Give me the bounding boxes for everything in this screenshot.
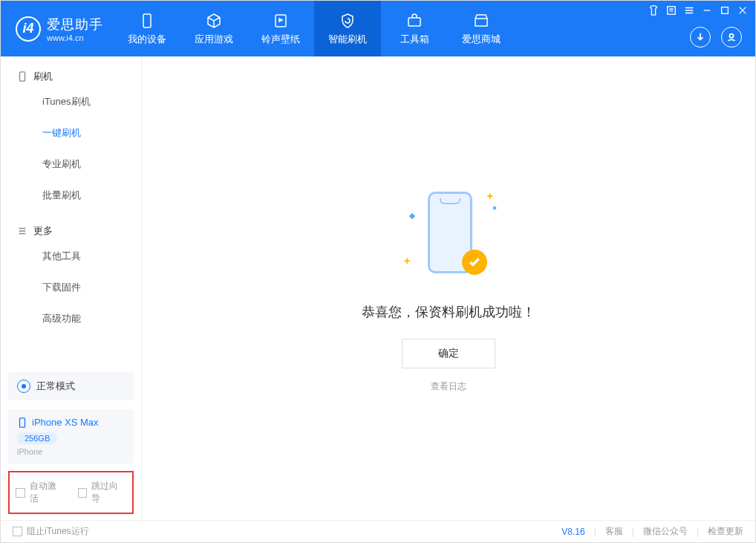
svg-rect-0: [143, 14, 151, 27]
separator: |: [697, 527, 699, 537]
mode-label: 正常模式: [36, 380, 75, 393]
download-icon: [695, 32, 706, 42]
sidebar: 刷机 iTunes刷机 一键刷机 专业刷机 批量刷机 更多 其他工具 下载固件 …: [1, 56, 142, 520]
header-actions: [690, 27, 742, 48]
sidebar-spacer: [1, 334, 141, 368]
checkbox-auto-activate[interactable]: 自动激活: [16, 480, 65, 505]
footer-right: V8.16 | 客服 | 微信公众号 | 检查更新: [561, 525, 743, 538]
ok-button[interactable]: 确定: [402, 339, 495, 368]
svg-rect-7: [20, 417, 25, 426]
checkbox-skip-guide[interactable]: 跳过向导: [78, 480, 127, 505]
svg-rect-3: [668, 7, 676, 15]
checkbox-label: 自动激活: [30, 480, 65, 505]
logo-area: i4 爱思助手 www.i4.cn: [1, 1, 114, 56]
version-label[interactable]: V8.16: [561, 527, 584, 537]
logo-text: 爱思助手 www.i4.cn: [47, 16, 103, 42]
sidebar-group-flash: 刷机: [1, 56, 141, 86]
device-type: iPhone: [17, 447, 125, 456]
user-button[interactable]: [721, 27, 742, 48]
checkbox-icon: [16, 488, 25, 498]
sidebar-item-other-tools[interactable]: 其他工具: [1, 241, 141, 272]
svg-rect-2: [408, 18, 420, 26]
main-nav: 我的设备 应用游戏 铃声壁纸 智能刷机 工具箱 爱思商城: [114, 1, 515, 56]
success-message: 恭喜您，保资料刷机成功啦！: [362, 303, 535, 321]
svg-rect-4: [722, 7, 729, 14]
sidebar-item-batch-flash[interactable]: 批量刷机: [1, 180, 141, 211]
check-update-link[interactable]: 检查更新: [708, 525, 743, 538]
nav-label: 我的设备: [128, 33, 166, 46]
sidebar-item-advanced[interactable]: 高级功能: [1, 303, 141, 334]
svg-rect-6: [20, 72, 25, 81]
app-title: 爱思助手: [47, 16, 103, 33]
shirt-icon[interactable]: [648, 5, 659, 16]
nav-label: 爱思商城: [462, 33, 501, 46]
main-content: + + 恭喜您，保资料刷机成功啦！ 确定 查看日志: [142, 56, 755, 520]
plus-icon: +: [404, 255, 410, 267]
nav-my-device[interactable]: 我的设备: [114, 1, 180, 56]
status-bar: 阻止iTunes运行 V8.16 | 客服 | 微信公众号 | 检查更新: [1, 520, 755, 542]
download-button[interactable]: [690, 27, 711, 48]
music-icon: [272, 12, 290, 30]
sparkle-icon: [409, 212, 415, 218]
minimize-icon[interactable]: [702, 5, 712, 16]
nav-label: 工具箱: [400, 33, 429, 46]
cube-icon: [205, 12, 223, 30]
separator: |: [632, 527, 634, 537]
nav-label: 应用游戏: [195, 33, 233, 46]
group-title: 刷机: [33, 70, 53, 83]
separator: |: [594, 527, 596, 537]
close-icon[interactable]: [737, 5, 748, 16]
nav-label: 智能刷机: [328, 33, 367, 46]
nav-apps[interactable]: 应用游戏: [180, 1, 247, 56]
maximize-icon[interactable]: [720, 5, 730, 16]
app-body: 刷机 iTunes刷机 一键刷机 专业刷机 批量刷机 更多 其他工具 下载固件 …: [1, 56, 755, 520]
checkbox-icon: [78, 488, 88, 498]
plus-icon: +: [487, 190, 493, 202]
phone-icon: [17, 417, 27, 428]
device-name-row: iPhone XS Max: [17, 417, 125, 428]
support-link[interactable]: 客服: [605, 525, 623, 538]
list-icon: [17, 226, 27, 236]
sparkle-icon: [492, 206, 497, 210]
checkmark-badge-icon: [462, 250, 487, 275]
sidebar-item-download-firmware[interactable]: 下载固件: [1, 272, 141, 303]
app-subtitle: www.i4.cn: [47, 33, 103, 42]
sidebar-item-onekey-flash[interactable]: 一键刷机: [1, 117, 141, 149]
success-illustration: + +: [397, 184, 501, 288]
check-icon: [468, 256, 481, 269]
nav-label: 铃声壁纸: [261, 33, 300, 46]
device-mode-card[interactable]: 正常模式: [8, 372, 134, 400]
view-log-link[interactable]: 查看日志: [431, 380, 466, 393]
checkbox-icon: [13, 527, 22, 536]
menu-icon[interactable]: [684, 5, 694, 16]
phone-icon: [17, 71, 27, 82]
nav-store[interactable]: 爱思商城: [448, 1, 515, 56]
device-name: iPhone XS Max: [32, 417, 99, 428]
checkbox-label: 阻止iTunes运行: [27, 525, 89, 538]
app-logo-icon: i4: [16, 16, 41, 42]
user-icon: [726, 32, 737, 42]
wechat-link[interactable]: 微信公众号: [643, 525, 688, 538]
sidebar-item-itunes-flash[interactable]: iTunes刷机: [1, 86, 141, 117]
nav-toolbox[interactable]: 工具箱: [381, 1, 448, 56]
store-icon: [472, 12, 490, 30]
checkbox-label: 跳过向导: [91, 480, 126, 505]
window-controls: [648, 5, 748, 16]
group-title: 更多: [33, 224, 53, 238]
svg-point-5: [729, 34, 733, 38]
app-header: i4 爱思助手 www.i4.cn 我的设备 应用游戏 铃声壁纸 智能刷机 工具…: [1, 1, 755, 56]
device-capacity: 256GB: [17, 432, 57, 444]
mode-icon: [17, 380, 30, 393]
nav-ringtones[interactable]: 铃声壁纸: [247, 1, 314, 56]
checkbox-block-itunes[interactable]: 阻止iTunes运行: [13, 525, 89, 538]
refresh-shield-icon: [339, 12, 356, 30]
sidebar-item-pro-flash[interactable]: 专业刷机: [1, 149, 141, 180]
sidebar-group-more: 更多: [1, 211, 141, 241]
device-icon: [138, 12, 156, 30]
list-icon[interactable]: [666, 5, 677, 16]
device-info-card[interactable]: iPhone XS Max 256GB iPhone: [8, 409, 134, 464]
toolbox-icon: [405, 12, 423, 30]
nav-flash[interactable]: 智能刷机: [314, 1, 381, 56]
options-row: 自动激活 跳过向导: [8, 471, 134, 514]
